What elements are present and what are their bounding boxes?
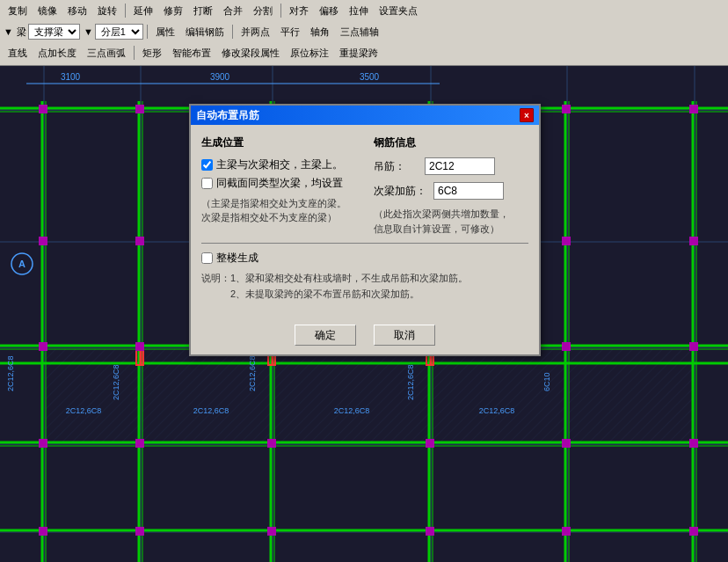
- svg-rect-55: [39, 105, 47, 113]
- svg-rect-74: [135, 439, 144, 448]
- svg-text:3100: 3100: [61, 72, 81, 82]
- layer-prefix: ▼: [4, 26, 13, 37]
- svg-rect-83: [562, 527, 571, 536]
- same-section-label[interactable]: 同截面同类型次梁，均设置: [216, 176, 343, 191]
- edit-rebar-btn[interactable]: 编辑钢筋: [181, 24, 229, 40]
- secondary-rebar-row: 次梁加筋：: [374, 182, 528, 200]
- sep5: [134, 46, 135, 60]
- main-beam-checkbox[interactable]: [201, 159, 213, 171]
- rebar-note-1: （此处指次梁两侧共增加数量，: [374, 208, 509, 219]
- whole-floor-label[interactable]: 整楼生成: [216, 251, 258, 266]
- svg-text:2C12,6C8: 2C12,6C8: [112, 364, 120, 400]
- svg-rect-65: [562, 237, 571, 245]
- svg-rect-80: [135, 527, 144, 536]
- svg-rect-84: [689, 527, 698, 536]
- whole-floor-row: 整楼生成: [201, 251, 528, 266]
- svg-rect-62: [135, 237, 144, 245]
- sep1: [125, 4, 126, 18]
- rotate-btn[interactable]: 旋转: [93, 3, 121, 19]
- svg-text:2C12,6C8: 2C12,6C8: [193, 406, 229, 415]
- dialog-close-btn[interactable]: ×: [520, 108, 534, 122]
- cancel-btn[interactable]: 取消: [374, 325, 435, 346]
- break-btn[interactable]: 打断: [189, 3, 217, 19]
- sep3: [147, 25, 148, 39]
- svg-text:2C12,6C8: 2C12,6C8: [406, 364, 415, 400]
- svg-rect-56: [135, 105, 144, 113]
- dialog-title: 自动布置吊筋: [196, 108, 259, 123]
- modify-segment-btn[interactable]: 修改梁段属性: [217, 45, 284, 62]
- move-btn[interactable]: 移动: [63, 3, 91, 19]
- extend-btn[interactable]: 延伸: [129, 3, 157, 19]
- suspension-label: 吊筋：: [374, 159, 418, 174]
- copy-btn[interactable]: 复制: [4, 3, 32, 19]
- svg-rect-75: [267, 439, 276, 448]
- layer-label: 梁: [17, 26, 26, 39]
- align-btn[interactable]: 对齐: [285, 3, 313, 19]
- desc-line1: 说明：1、梁和梁相交处有柱或墙时，不生成吊筋和次梁加筋。: [201, 273, 468, 283]
- svg-rect-71: [562, 342, 571, 351]
- stretch-btn[interactable]: 拉伸: [345, 3, 373, 19]
- layer-type-select[interactable]: 支撑梁: [28, 24, 80, 40]
- offset-btn[interactable]: 偏移: [315, 3, 343, 19]
- merge-btn[interactable]: 合并: [219, 3, 247, 19]
- svg-rect-81: [267, 527, 276, 536]
- rebar-note-2: 信息取自计算设置，可修改）: [374, 223, 499, 234]
- arc-btn[interactable]: 三点画弧: [83, 45, 130, 62]
- svg-text:6C10: 6C10: [542, 372, 551, 391]
- rebar-note: （此处指次梁两侧共增加数量， 信息取自计算设置，可修改）: [374, 207, 528, 236]
- dialog-section-row: 生成位置 主梁与次梁相交，主梁上。 同截面同类型次梁，均设置 （主梁是指梁相交处…: [201, 135, 528, 236]
- svg-rect-72: [689, 342, 698, 351]
- suspension-rebar-row: 吊筋：: [374, 157, 528, 175]
- description-section: 说明：1、梁和梁相交处有柱或墙时，不生成吊筋和次梁加筋。 2、未提取梁跨的梁不布…: [201, 271, 528, 302]
- suspension-input[interactable]: [425, 157, 495, 175]
- note-line1: （主梁是指梁相交处为支座的梁。: [201, 198, 346, 208]
- sep2: [280, 4, 281, 18]
- svg-text:3500: 3500: [360, 72, 380, 82]
- same-section-checkbox[interactable]: [201, 178, 213, 189]
- rect-btn[interactable]: 矩形: [138, 45, 166, 62]
- svg-text:2C12,6C8: 2C12,6C8: [248, 355, 257, 391]
- toolbar-row-1: 复制 镜像 移动 旋转 延伸 修剪 打断 合并 分割 对齐 偏移 拉伸 设置夹点: [0, 0, 728, 21]
- in-situ-label-btn[interactable]: 原位标注: [286, 45, 333, 62]
- svg-rect-78: [689, 439, 698, 448]
- position-header: 生成位置: [201, 135, 356, 150]
- main-beam-label[interactable]: 主梁与次梁相交，主梁上。: [216, 157, 343, 172]
- checkbox-row-2: 同截面同类型次梁，均设置: [201, 176, 356, 191]
- svg-text:2C12,6C8: 2C12,6C8: [66, 406, 102, 415]
- line-btn[interactable]: 直线: [4, 45, 32, 62]
- svg-rect-82: [426, 527, 434, 536]
- svg-rect-59: [562, 105, 571, 113]
- rebar-header: 钢筋信息: [374, 135, 528, 150]
- svg-rect-53: [433, 349, 565, 442]
- grip-btn[interactable]: 设置夹点: [375, 3, 422, 19]
- two-point-btn[interactable]: 并两点: [237, 24, 274, 40]
- trim-btn[interactable]: 修剪: [159, 3, 187, 19]
- three-point-axis-btn[interactable]: 三点辅轴: [336, 24, 383, 40]
- toolbar-row-2: ▼ 梁 支撑梁 ▼ 分层1 属性 编辑钢筋 并两点 平行 轴角 三点辅轴: [0, 21, 728, 42]
- svg-rect-67: [39, 342, 47, 351]
- confirm-btn[interactable]: 确定: [295, 325, 356, 346]
- axis-angle-btn[interactable]: 轴角: [306, 24, 334, 40]
- svg-rect-66: [689, 237, 698, 245]
- rebar-section: 钢筋信息 吊筋： 次梁加筋： （此处指次梁两侧共增加数量， 信息取自计算设置，可…: [374, 135, 528, 236]
- divider: [201, 243, 528, 244]
- mirror-btn[interactable]: 镜像: [33, 3, 62, 19]
- svg-rect-73: [39, 439, 47, 448]
- re-span-btn[interactable]: 重提梁跨: [335, 45, 382, 62]
- sep4: [232, 25, 233, 39]
- svg-text:3900: 3900: [210, 72, 230, 82]
- layer-num-select[interactable]: 分层1: [95, 24, 143, 40]
- whole-floor-checkbox[interactable]: [201, 252, 213, 264]
- smart-place-btn[interactable]: 智能布置: [168, 45, 215, 62]
- parallel-btn[interactable]: 平行: [276, 24, 304, 40]
- position-section: 生成位置 主梁与次梁相交，主梁上。 同截面同类型次梁，均设置 （主梁是指梁相交处…: [201, 135, 356, 236]
- split-btn[interactable]: 分割: [249, 3, 277, 19]
- note-line2: 次梁是指相交处不为支座的梁）: [201, 212, 337, 223]
- point-len-btn[interactable]: 点加长度: [33, 45, 81, 62]
- svg-text:A: A: [18, 259, 25, 269]
- property-btn[interactable]: 属性: [151, 24, 179, 40]
- svg-rect-60: [689, 105, 698, 113]
- secondary-input[interactable]: [433, 182, 504, 200]
- svg-text:2C12,6C8: 2C12,6C8: [334, 406, 370, 415]
- svg-rect-54: [569, 349, 693, 442]
